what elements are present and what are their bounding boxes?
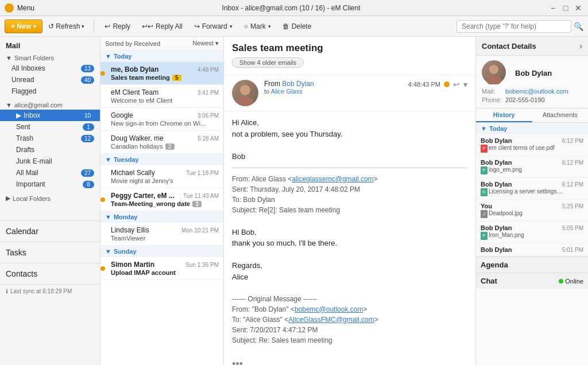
minimize-button[interactable]: −	[548, 3, 558, 13]
maximize-button[interactable]: □	[560, 3, 571, 13]
sidebar-item-flagged[interactable]: Flagged	[0, 86, 100, 97]
email-date-group[interactable]: ▼Today	[100, 51, 223, 62]
sidebar-item-important[interactable]: Important 8	[0, 178, 100, 190]
email-list-item[interactable]: Simon Martin Sun 1:36 PM Upload IMAP acc…	[100, 257, 223, 280]
original-to-link-2[interactable]: AliceGlassFMC@gmail.com	[288, 316, 374, 324]
sidebar-item-junk[interactable]: Junk E-mail	[0, 156, 100, 167]
email-list-item[interactable]: eM Client Team 3:41 PM Welcome to eM Cli…	[100, 85, 223, 108]
delete-icon: 🗑	[283, 22, 289, 30]
ellipsis-indicator[interactable]: •••	[232, 356, 467, 365]
contact-pane-title: Contact Details	[482, 42, 536, 51]
menu-label[interactable]: Menu	[17, 4, 34, 12]
sidebar-item-all-mail[interactable]: All Mail 27	[0, 167, 100, 178]
search-input[interactable]	[457, 20, 571, 33]
sidebar-item-drafts[interactable]: Drafts	[0, 144, 100, 156]
sidebar-item-unread[interactable]: Unread 40	[0, 74, 100, 86]
tasks-nav-item[interactable]: Tasks	[0, 242, 100, 263]
email-list-item[interactable]: Michael Scally Tue 1:18 PM Movie night a…	[100, 165, 223, 188]
original-from-link[interactable]: aliceglassemc@gmail.com	[292, 175, 373, 183]
new-button[interactable]: + New ▾	[5, 20, 42, 33]
group-label: Sunday	[114, 248, 137, 255]
account-group[interactable]: ▼ alice@gmail.com	[0, 99, 100, 110]
smart-folders-chevron: ▼	[6, 55, 12, 61]
to-name-link[interactable]: Alice Glass	[271, 88, 303, 95]
sidebar-item-sent[interactable]: Sent 1	[0, 121, 100, 133]
file-icon: J	[481, 210, 488, 218]
history-item[interactable]: Bob Dylan 6:12 PM Plogo_em.png	[476, 156, 588, 178]
email-list-item[interactable]: me, Bob Dylan 4:48 PM Sales team meeting…	[100, 62, 223, 85]
history-item[interactable]: Bob Dylan 6:12 PM DLicensing a server se…	[476, 178, 588, 200]
sidebar-item-inbox[interactable]: ▶ Inbox 10	[0, 110, 100, 121]
sent-count: 1	[83, 123, 94, 131]
chat-section[interactable]: Chat Online	[476, 273, 588, 289]
trash-label: Trash	[16, 134, 81, 142]
mark-button[interactable]: ○ Mark ▾	[239, 20, 276, 33]
email-list-body: ▼Today me, Bob Dylan 4:48 PM Sales team …	[100, 51, 223, 365]
email-item-top: Lindsay Ellis Mon 10:21 PM	[111, 226, 219, 234]
smart-folders-group[interactable]: ▼ Smart Folders	[0, 52, 100, 63]
main-layout: Mail ▼ Smart Folders All Inboxes 13 Unre…	[0, 37, 588, 365]
delete-button[interactable]: 🗑 Delete	[278, 20, 316, 33]
mail-value[interactable]: bobemc@outlook.com	[505, 88, 568, 95]
local-folders-group[interactable]: ▶ Local Folders	[0, 192, 100, 203]
original-from-link-2[interactable]: bobemc@outlook.com	[295, 305, 363, 313]
history-item-time: 5:25 PM	[562, 203, 583, 209]
reply-all-button[interactable]: ↩↩ Reply All	[137, 20, 187, 33]
history-item-time: 6:12 PM	[562, 160, 583, 166]
tab-history[interactable]: History	[476, 108, 532, 122]
original-to-2: To: "Alice Glass" <AliceGlassFMC@gmail.c…	[232, 314, 467, 325]
group-chevron: ▼	[105, 213, 111, 220]
email-time: Tue 11:43 AM	[183, 193, 219, 199]
contact-history: ▼ Today Bob Dylan 6:12 PM Pem client ter…	[476, 123, 588, 365]
calendar-nav-item[interactable]: Calendar	[0, 220, 100, 242]
mail-section-label: Mail	[0, 37, 100, 52]
email-list-item[interactable]: Lindsay Ellis Mon 10:21 PM TeamViewer	[100, 223, 223, 246]
email-list-item[interactable]: Peggy Carter, eM ... Tue 11:43 AM Team-M…	[100, 188, 223, 211]
email-date-group[interactable]: ▼Monday	[100, 211, 223, 223]
group-label: Tuesday	[114, 156, 139, 163]
contacts-nav-item[interactable]: Contacts	[0, 263, 100, 284]
search-button[interactable]: 🔍	[574, 22, 583, 31]
history-item[interactable]: You 5:25 PM JDeadpool.jpg	[476, 200, 588, 222]
reply-button[interactable]: ↩ Reply	[100, 20, 135, 33]
subject-text: Movie night at Jenny's	[111, 177, 173, 184]
forward-dropdown-icon: ▾	[230, 24, 233, 29]
contact-pane-header: Contact Details ›	[476, 37, 588, 56]
close-button[interactable]: ✕	[573, 3, 583, 13]
history-item[interactable]: Bob Dylan 6:12 PM Pem client terms of us…	[476, 134, 588, 156]
subject-text: Welcome to eM Client	[111, 97, 172, 104]
sidebar-item-all-inboxes[interactable]: All Inboxes 13	[0, 63, 100, 74]
expand-icon[interactable]: ›	[579, 41, 582, 51]
email-sender: me, Bob Dylan	[111, 65, 158, 73]
svg-point-0	[240, 85, 250, 95]
email-list-item[interactable]: Doug Walker, me 5:28 AM Canadian holiday…	[100, 131, 223, 154]
sidebar-item-trash[interactable]: Trash 12	[0, 133, 100, 144]
forward-button[interactable]: ↪ Forward ▾	[189, 20, 237, 33]
original-sent-2: Sent: 7/20/2017 4:47:12 PM	[232, 325, 467, 335]
from-name-link[interactable]: Bob Dylan	[282, 80, 314, 88]
tab-attachments[interactable]: Attachments	[532, 108, 589, 122]
email-timestamp: 4:48:43 PM	[408, 81, 440, 88]
email-date-group[interactable]: ▼Tuesday	[100, 154, 223, 165]
history-item[interactable]: Bob Dylan 5:05 PM PIron_Man.png	[476, 222, 588, 243]
email-list-pane: Sorted by Received Newest ▾ ▼Today me, B…	[100, 37, 224, 365]
reply-all-icon: ↩↩	[142, 22, 153, 30]
email-from-line: From Bob Dylan	[264, 80, 403, 88]
important-label: Important	[16, 180, 83, 188]
original-subject-2: Subject: Re: Sales team meeting	[232, 335, 467, 345]
file-icon: P	[481, 145, 488, 153]
subject-text: Team-Meeting_wrong date	[111, 200, 190, 207]
agenda-section[interactable]: Agenda	[476, 257, 588, 273]
show-older-button[interactable]: Show 4 older emails	[232, 57, 304, 68]
local-folders-chevron: ▶	[6, 195, 10, 202]
email-list-item[interactable]: Google 3:06 PM New sign-in from Chrome o…	[100, 108, 223, 131]
unread-dot	[100, 197, 105, 202]
all-inboxes-count: 13	[81, 65, 94, 72]
email-sender: Michael Scally	[111, 169, 155, 177]
history-item[interactable]: Bob Dylan 5:01 PM	[476, 243, 588, 257]
phone-value: 202-555-0190	[505, 96, 545, 103]
refresh-button[interactable]: ↺ Refresh ▾	[45, 20, 88, 33]
order-label[interactable]: Newest ▾	[192, 40, 219, 47]
menu-area[interactable]: Menu	[5, 3, 34, 13]
email-date-group[interactable]: ▼Sunday	[100, 246, 223, 257]
